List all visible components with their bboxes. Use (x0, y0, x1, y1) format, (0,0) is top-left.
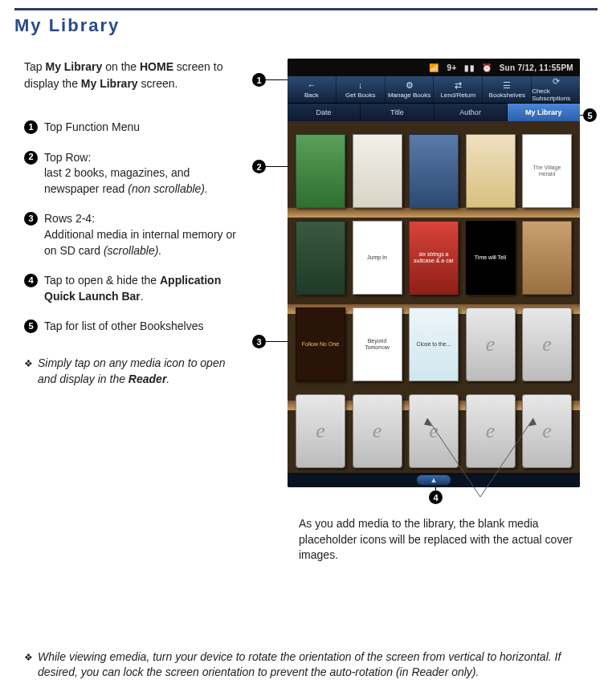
wifi-icon: 📶 (429, 63, 440, 72)
media-placeholder[interactable] (466, 394, 516, 468)
book-cover[interactable]: Time will Tell (466, 221, 516, 295)
shelf-row: Follow No OneBeyond TomorrowClose to the… (292, 298, 575, 385)
label: Check Subscriptions (532, 88, 580, 102)
chevron-up-icon: ▲ (430, 476, 438, 484)
marker-1-icon: 1 (252, 73, 266, 87)
book-cover[interactable] (296, 221, 345, 295)
book-title: six strings a suitcase & a car (410, 250, 458, 265)
quick-launch-handle[interactable]: ▲ (416, 474, 451, 486)
label: Date (316, 108, 332, 116)
book-title: The Village Herald (523, 163, 571, 178)
status-time: Sun 7/12, 11:55PM (500, 63, 573, 72)
callout-item-3: 3 Rows 2-4: Additional media in internal… (24, 211, 239, 258)
book-cover[interactable] (409, 134, 459, 208)
list-icon: ☰ (503, 81, 511, 90)
get-books-button[interactable]: ↓Get Books (337, 76, 386, 103)
text-bold: My Library (81, 77, 138, 90)
leader-line (266, 341, 288, 342)
notification-badge: 9+ (447, 63, 458, 72)
book-cover[interactable] (296, 134, 345, 208)
book-cover[interactable] (522, 221, 572, 295)
header-rule (14, 8, 598, 10)
callout-item-2: 2 Top Row: last 2 books, magazines, and … (24, 150, 239, 197)
book-cover[interactable]: Close to the... (409, 307, 459, 381)
right-column: 1 2 3 4 5 📶 9+ ▮▮ ⏰ Sun 7/12, 11:55PM ←B… (251, 59, 596, 403)
alarm-icon: ⏰ (482, 63, 493, 72)
media-placeholder[interactable] (296, 394, 345, 468)
book-cover[interactable]: six strings a suitcase & a car (409, 221, 459, 295)
callout-item-4: 4 Tap to open & hide the Application Qui… (24, 273, 239, 304)
shelf-row: Jump Insix strings a suitcase & a carTim… (292, 211, 575, 298)
book-cover[interactable]: Follow No One (296, 307, 345, 381)
label: Back (304, 92, 319, 99)
check-subscriptions-button[interactable]: ⟳Check Subscriptions (532, 76, 580, 103)
diamond-bullet-icon: ❖ (24, 357, 33, 387)
transfer-icon: ⇄ (455, 81, 462, 90)
book-cover[interactable] (466, 134, 516, 208)
my-library-tab[interactable]: My Library (508, 104, 580, 121)
book-title: Jump In (365, 253, 389, 262)
media-placeholder[interactable] (522, 307, 572, 381)
leader-line (266, 166, 288, 167)
book-cover[interactable]: Beyond Tomorrow (353, 307, 402, 381)
bottom-bar: ▲ (288, 473, 580, 487)
diamond-bullet-icon: ❖ (24, 651, 33, 681)
text-italic: (scrollable). (104, 244, 161, 257)
two-column-layout: Tap My Library on the HOME screen to dis… (14, 59, 598, 403)
screenshot-caption: As you add media to the library, the bla… (299, 516, 596, 564)
device-screenshot: 📶 9+ ▮▮ ⏰ Sun 7/12, 11:55PM ←Back ↓Get B… (288, 59, 580, 487)
shelf-row: The Village Herald (292, 124, 575, 211)
book-cover[interactable] (353, 134, 402, 208)
text: Tap to open & hide the (44, 274, 160, 287)
label: Author (459, 108, 481, 116)
status-bar: 📶 9+ ▮▮ ⏰ Sun 7/12, 11:55PM (288, 59, 580, 76)
media-placeholder[interactable] (353, 394, 402, 468)
back-button[interactable]: ←Back (288, 76, 337, 103)
lend-return-button[interactable]: ⇄Lend/Return (434, 76, 483, 103)
text: Rows 2-4: (44, 212, 95, 225)
text: . (166, 372, 169, 385)
callout-text: Top Row: last 2 books, magazines, and ne… (44, 150, 239, 197)
book-title: Follow No One (300, 340, 341, 349)
label: Title (390, 108, 404, 116)
footer-tip: ❖ While viewing emedia, turn your device… (24, 649, 586, 681)
top-function-menu: ←Back ↓Get Books ⚙Manage Books ⇄Lend/Ret… (288, 76, 580, 104)
callout-number-icon: 1 (24, 120, 38, 134)
text-italic: (non scrollable). (128, 182, 208, 195)
book-title: Beyond Tomorrow (353, 336, 402, 352)
left-column: Tap My Library on the HOME screen to dis… (14, 59, 239, 403)
media-placeholder[interactable] (466, 307, 516, 381)
label: Bookshelves (489, 92, 525, 99)
book-cover[interactable]: The Village Herald (522, 134, 572, 208)
media-placeholder[interactable] (409, 394, 459, 468)
label: Get Books (345, 92, 375, 99)
text: Tap (24, 60, 45, 73)
callout-item-5: 5 Tap for list of other Bookshelves (24, 319, 239, 335)
bookshelf-area[interactable]: The Village HeraldJump Insix strings a s… (288, 121, 580, 473)
bookshelves-button[interactable]: ☰Bookshelves (483, 76, 532, 103)
gear-icon: ⚙ (406, 81, 414, 90)
sort-bar: Date Title Author My Library (288, 104, 580, 121)
book-cover[interactable]: Jump In (353, 221, 402, 295)
manage-books-button[interactable]: ⚙Manage Books (386, 76, 435, 103)
callout-number-icon: 2 (24, 151, 38, 165)
media-placeholder[interactable] (522, 394, 572, 468)
tips-block: ❖ Simply tap on any media icon to open a… (24, 356, 239, 387)
label: Lend/Return (440, 92, 475, 99)
label: My Library (525, 108, 562, 116)
text: . (141, 290, 144, 303)
page-title: My Library (14, 15, 598, 36)
callout-text: Top Function Menu (44, 120, 140, 136)
text-bold: My Library (45, 60, 102, 73)
callout-item-1: 1 Top Function Menu (24, 120, 239, 136)
marker-4-icon: 4 (429, 490, 443, 504)
marker-2-icon: 2 (252, 160, 266, 173)
callout-number-icon: 3 (24, 212, 38, 226)
sort-author-tab[interactable]: Author (435, 104, 508, 121)
text-bold: HOME (140, 60, 173, 73)
text-bold: Reader (129, 372, 166, 385)
text: screen. (138, 77, 178, 90)
label: Manage Books (388, 92, 430, 99)
sort-date-tab[interactable]: Date (288, 104, 361, 121)
sort-title-tab[interactable]: Title (361, 104, 434, 121)
